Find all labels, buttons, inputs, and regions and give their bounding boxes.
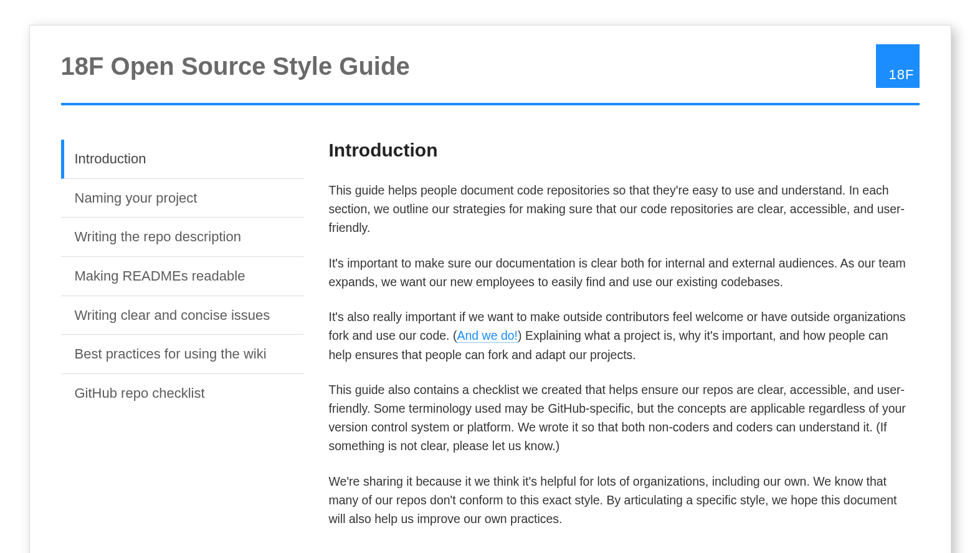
logo-text: 18F — [889, 67, 915, 83]
sidebar-item-introduction[interactable]: Introduction — [61, 140, 304, 179]
sidebar-item-wiki[interactable]: Best practices for using the wiki — [61, 335, 304, 374]
sidebar-item-naming[interactable]: Naming your project — [61, 179, 304, 218]
sidebar-item-label: Writing the repo description — [75, 229, 241, 244]
intro-paragraph-1: This guide helps people document code re… — [329, 181, 913, 238]
intro-paragraph-4: This guide also contains a checklist we … — [329, 380, 913, 456]
site-title: 18F Open Source Style Guide — [61, 52, 410, 80]
header: 18F Open Source Style Guide 18F — [61, 44, 920, 103]
intro-paragraph-2: It's important to make sure our document… — [329, 254, 913, 291]
sidebar-item-label: Best practices for using the wiki — [75, 346, 267, 362]
sidebar-item-repo-description[interactable]: Writing the repo description — [61, 218, 304, 257]
sidebar-item-label: Introduction — [75, 151, 146, 166]
content-area: Introduction This guide helps people doc… — [329, 140, 920, 544]
logo-18f[interactable]: 18F — [876, 44, 920, 88]
and-we-do-link[interactable]: And we do! — [457, 329, 518, 343]
sidebar-item-checklist[interactable]: GitHub repo checklist — [61, 374, 304, 413]
intro-paragraph-3: It's also really important if we want to… — [329, 307, 913, 364]
sidebar-item-label: Naming your project — [75, 190, 197, 206]
sidebar-nav: Introduction Naming your project Writing… — [61, 140, 304, 544]
sidebar-item-label: Writing clear and concise issues — [75, 307, 270, 323]
sidebar-item-label: GitHub repo checklist — [75, 385, 205, 401]
sidebar-item-issues[interactable]: Writing clear and concise issues — [61, 296, 304, 335]
main-area: Introduction Naming your project Writing… — [61, 140, 920, 544]
intro-paragraph-5: We're sharing it because it we think it'… — [329, 472, 913, 529]
header-divider — [61, 103, 920, 105]
sidebar-item-readmes[interactable]: Making READMEs readable — [61, 257, 304, 296]
sidebar-item-label: Making READMEs readable — [75, 268, 245, 284]
content-heading: Introduction — [329, 140, 913, 161]
page-container: 18F Open Source Style Guide 18F Introduc… — [29, 25, 951, 553]
